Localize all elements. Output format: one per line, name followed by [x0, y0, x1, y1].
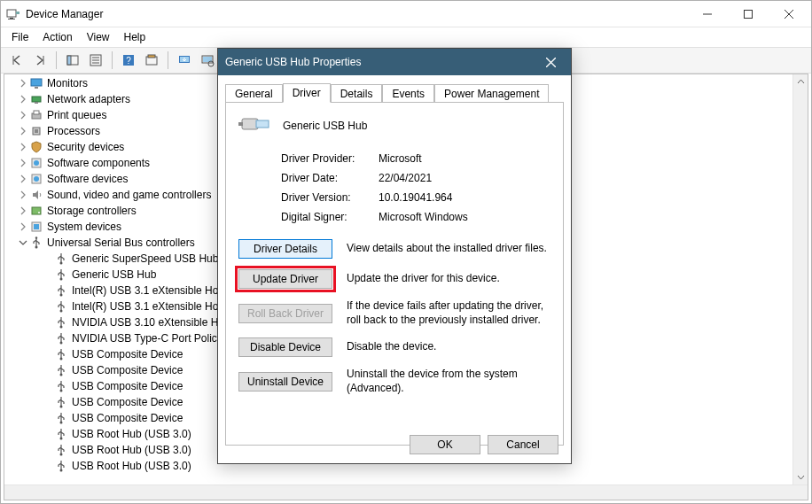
tree-device-label: USB Composite Device	[72, 346, 183, 362]
tree-device-label: USB Composite Device	[72, 410, 183, 426]
menu-help[interactable]: Help	[117, 29, 153, 45]
usb-icon	[54, 268, 68, 282]
tree-device-label: USB Composite Device	[72, 378, 183, 394]
scroll-up-icon[interactable]	[793, 74, 808, 89]
driver-details-button[interactable]: Driver Details	[238, 239, 332, 259]
tree-device-label: USB Composite Device	[72, 362, 183, 378]
maximize-button[interactable]	[728, 1, 769, 27]
twisty-placeholder: ·	[42, 316, 54, 329]
svg-rect-1	[10, 18, 13, 19]
dialog-titlebar[interactable]: Generic USB Hub Properties	[218, 49, 571, 75]
tab-events[interactable]: Events	[382, 84, 434, 103]
driver-provider-label: Driver Provider:	[281, 152, 379, 165]
svg-point-33	[34, 160, 39, 166]
chevron-right-icon[interactable]	[17, 93, 29, 105]
menu-view[interactable]: View	[80, 29, 117, 45]
tree-device-label: Generic SuperSpeed USB Hub	[72, 251, 218, 267]
dialog-close-button[interactable]	[537, 49, 564, 75]
tab-details[interactable]: Details	[331, 84, 383, 103]
security-icon	[29, 140, 43, 154]
back-icon[interactable]	[6, 50, 27, 71]
tree-device-label: USB Root Hub (USB 3.0)	[72, 442, 191, 458]
properties-icon[interactable]	[85, 50, 106, 71]
forward-icon[interactable]	[29, 50, 51, 71]
svg-point-45	[60, 310, 63, 313]
svg-rect-31	[35, 129, 38, 133]
disable-device-button[interactable]: Disable Device	[238, 337, 332, 357]
usb-device-icon	[238, 113, 274, 138]
svg-rect-60	[238, 122, 243, 126]
twisty-placeholder: ·	[42, 284, 54, 297]
ok-button[interactable]: OK	[410, 435, 480, 454]
update-driver-desc: Update the driver for this device.	[347, 272, 550, 286]
tree-category-label: Processors	[47, 123, 100, 139]
tree-category-label: Sound, video and game controllers	[47, 187, 211, 203]
chevron-right-icon[interactable]	[17, 157, 29, 169]
dialog-title: Generic USB Hub Properties	[225, 56, 361, 68]
chevron-right-icon[interactable]	[17, 109, 29, 121]
svg-point-42	[60, 262, 63, 265]
component-icon	[29, 156, 43, 170]
tree-category-label: Monitors	[47, 75, 88, 91]
help-icon[interactable]: ?	[118, 50, 139, 71]
svg-point-48	[60, 358, 63, 361]
chevron-right-icon[interactable]	[17, 173, 29, 185]
twisty-placeholder: ·	[42, 332, 54, 345]
tree-category-label: Software components	[47, 155, 150, 171]
usb-icon	[54, 315, 68, 330]
vertical-scrollbar[interactable]	[792, 74, 808, 485]
cancel-button[interactable]: Cancel	[488, 435, 558, 454]
svg-rect-59	[256, 120, 269, 128]
twisty-placeholder: ·	[42, 428, 54, 440]
chevron-right-icon[interactable]	[17, 141, 29, 153]
svg-rect-25	[35, 87, 38, 89]
update-driver-button[interactable]: Update Driver	[238, 269, 332, 289]
svg-point-52	[60, 422, 63, 424]
scroll-down-icon[interactable]	[793, 469, 808, 485]
usb-icon	[54, 459, 68, 473]
usb-icon	[54, 363, 68, 377]
minimize-button[interactable]	[687, 1, 728, 27]
chevron-right-icon[interactable]	[17, 221, 29, 233]
tab-general[interactable]: General	[225, 84, 283, 103]
svg-rect-58	[242, 119, 258, 129]
menu-file[interactable]: File	[4, 29, 35, 45]
svg-rect-39	[34, 224, 39, 229]
svg-point-54	[60, 454, 63, 456]
svg-point-50	[60, 390, 63, 392]
chevron-right-icon[interactable]	[17, 205, 29, 217]
tree-category-label: Storage controllers	[47, 203, 137, 219]
chevron-right-icon[interactable]	[17, 77, 29, 89]
tab-driver[interactable]: Driver	[283, 83, 331, 103]
tree-device-label: USB Root Hub (USB 3.0)	[72, 426, 191, 442]
twisty-placeholder: ·	[42, 380, 54, 392]
update-icon[interactable]	[174, 50, 195, 71]
twisty-placeholder: ·	[42, 444, 54, 456]
twisty-placeholder: ·	[42, 252, 54, 265]
window-controls	[687, 1, 809, 27]
horizontal-scrollbar[interactable]	[4, 485, 808, 500]
show-hide-icon[interactable]	[62, 50, 83, 71]
chevron-right-icon[interactable]	[17, 189, 29, 201]
svg-rect-24	[31, 79, 42, 86]
svg-rect-5	[745, 10, 753, 18]
scan-icon[interactable]	[197, 50, 218, 71]
tree-category-label: Software devices	[47, 171, 128, 187]
uninstall-device-button[interactable]: Uninstall Device	[238, 372, 332, 392]
chevron-right-icon[interactable]	[17, 125, 29, 137]
usb-icon	[54, 411, 68, 425]
driver-info-grid: Driver Provider: Microsoft Driver Date: …	[281, 152, 550, 223]
audio-icon	[29, 188, 43, 202]
action-icon[interactable]	[141, 50, 162, 71]
svg-rect-26	[32, 97, 41, 102]
usb-icon	[54, 252, 68, 266]
tab-strip: General Driver Details Events Power Mana…	[218, 75, 571, 102]
svg-rect-3	[16, 12, 20, 14]
close-button[interactable]	[769, 1, 809, 27]
twisty-placeholder: ·	[42, 300, 54, 313]
usb-icon	[54, 443, 68, 457]
menu-action[interactable]: Action	[35, 29, 79, 45]
tab-power-management[interactable]: Power Management	[434, 84, 549, 103]
chevron-down-icon[interactable]	[17, 236, 29, 249]
svg-point-49	[60, 374, 63, 376]
